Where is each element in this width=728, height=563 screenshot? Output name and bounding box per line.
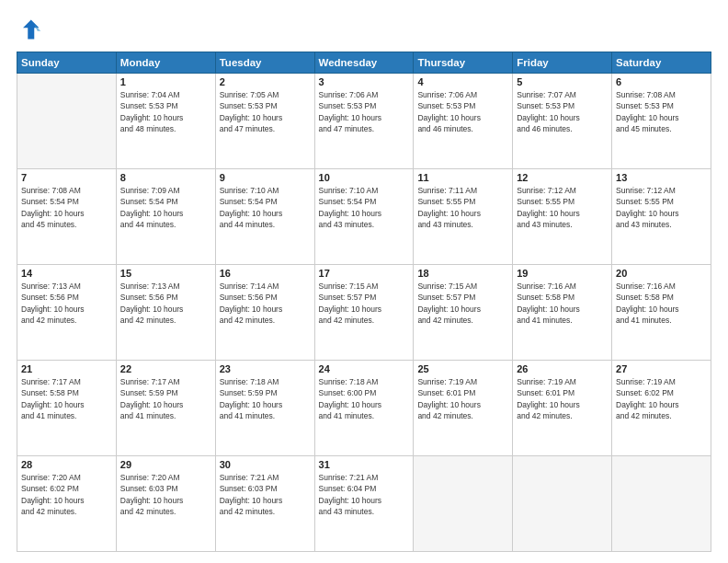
- day-number: 7: [21, 172, 112, 183]
- weekday-header-wednesday: Wednesday: [314, 52, 414, 74]
- calendar-cell: 31Sunrise: 7:21 AM Sunset: 6:04 PM Dayli…: [314, 456, 414, 552]
- calendar-cell: 5Sunrise: 7:07 AM Sunset: 5:53 PM Daylig…: [513, 74, 612, 169]
- calendar-cell: 30Sunrise: 7:21 AM Sunset: 6:03 PM Dayli…: [215, 456, 314, 552]
- day-number: 6: [616, 76, 707, 87]
- day-info: Sunrise: 7:16 AM Sunset: 5:58 PM Dayligh…: [616, 281, 707, 326]
- calendar-cell: 28Sunrise: 7:20 AM Sunset: 6:02 PM Dayli…: [17, 456, 117, 552]
- calendar-cell: 19Sunrise: 7:16 AM Sunset: 5:58 PM Dayli…: [513, 265, 612, 361]
- day-info: Sunrise: 7:14 AM Sunset: 5:56 PM Dayligh…: [220, 281, 311, 326]
- calendar-cell: 23Sunrise: 7:18 AM Sunset: 5:59 PM Dayli…: [215, 361, 314, 456]
- day-number: 15: [120, 268, 211, 279]
- calendar-cell: 10Sunrise: 7:10 AM Sunset: 5:54 PM Dayli…: [314, 169, 414, 265]
- calendar-cell: 13Sunrise: 7:12 AM Sunset: 5:55 PM Dayli…: [612, 169, 711, 265]
- header: [17, 17, 711, 42]
- day-number: 25: [417, 363, 508, 374]
- calendar-cell: 27Sunrise: 7:19 AM Sunset: 6:02 PM Dayli…: [612, 361, 711, 456]
- calendar-cell: 20Sunrise: 7:16 AM Sunset: 5:58 PM Dayli…: [612, 265, 711, 361]
- day-info: Sunrise: 7:10 AM Sunset: 5:54 PM Dayligh…: [220, 185, 311, 230]
- calendar-cell: 8Sunrise: 7:09 AM Sunset: 5:54 PM Daylig…: [116, 169, 215, 265]
- day-number: 5: [517, 76, 608, 87]
- day-info: Sunrise: 7:19 AM Sunset: 6:01 PM Dayligh…: [417, 376, 508, 421]
- calendar-cell: 16Sunrise: 7:14 AM Sunset: 5:56 PM Dayli…: [215, 265, 314, 361]
- week-row-1: 1Sunrise: 7:04 AM Sunset: 5:53 PM Daylig…: [17, 74, 711, 169]
- calendar-cell: 29Sunrise: 7:20 AM Sunset: 6:03 PM Dayli…: [116, 456, 215, 552]
- day-number: 24: [319, 363, 410, 374]
- day-number: 19: [517, 268, 608, 279]
- logo: [17, 17, 46, 42]
- day-number: 3: [319, 76, 410, 87]
- calendar-cell: [414, 456, 513, 552]
- day-number: 4: [417, 76, 508, 87]
- day-number: 13: [616, 172, 707, 183]
- week-row-2: 7Sunrise: 7:08 AM Sunset: 5:54 PM Daylig…: [17, 169, 711, 265]
- day-number: 27: [616, 363, 707, 374]
- weekday-header-monday: Monday: [116, 52, 215, 74]
- day-info: Sunrise: 7:13 AM Sunset: 5:56 PM Dayligh…: [21, 281, 112, 326]
- day-number: 2: [220, 76, 311, 87]
- day-number: 22: [120, 363, 211, 374]
- calendar-cell: [513, 456, 612, 552]
- day-info: Sunrise: 7:16 AM Sunset: 5:58 PM Dayligh…: [517, 281, 608, 326]
- day-number: 29: [120, 459, 211, 470]
- calendar-cell: 26Sunrise: 7:19 AM Sunset: 6:01 PM Dayli…: [513, 361, 612, 456]
- day-number: 23: [220, 363, 311, 374]
- day-info: Sunrise: 7:17 AM Sunset: 5:58 PM Dayligh…: [21, 376, 112, 421]
- day-number: 12: [517, 172, 608, 183]
- calendar-cell: [17, 74, 117, 169]
- calendar-cell: 18Sunrise: 7:15 AM Sunset: 5:57 PM Dayli…: [414, 265, 513, 361]
- day-info: Sunrise: 7:20 AM Sunset: 6:02 PM Dayligh…: [21, 472, 112, 517]
- page: SundayMondayTuesdayWednesdayThursdayFrid…: [0, 0, 728, 563]
- calendar-cell: 21Sunrise: 7:17 AM Sunset: 5:58 PM Dayli…: [17, 361, 117, 456]
- calendar-cell: 17Sunrise: 7:15 AM Sunset: 5:57 PM Dayli…: [314, 265, 414, 361]
- day-info: Sunrise: 7:08 AM Sunset: 5:54 PM Dayligh…: [21, 185, 112, 230]
- day-info: Sunrise: 7:05 AM Sunset: 5:53 PM Dayligh…: [220, 89, 311, 134]
- day-number: 8: [120, 172, 211, 183]
- day-number: 28: [21, 459, 112, 470]
- day-info: Sunrise: 7:12 AM Sunset: 5:55 PM Dayligh…: [517, 185, 608, 230]
- calendar-cell: 3Sunrise: 7:06 AM Sunset: 5:53 PM Daylig…: [314, 74, 414, 169]
- calendar-cell: 7Sunrise: 7:08 AM Sunset: 5:54 PM Daylig…: [17, 169, 117, 265]
- weekday-header-tuesday: Tuesday: [215, 52, 314, 74]
- week-row-3: 14Sunrise: 7:13 AM Sunset: 5:56 PM Dayli…: [17, 265, 711, 361]
- day-info: Sunrise: 7:15 AM Sunset: 5:57 PM Dayligh…: [417, 281, 508, 326]
- day-number: 10: [319, 172, 410, 183]
- day-info: Sunrise: 7:07 AM Sunset: 5:53 PM Dayligh…: [517, 89, 608, 134]
- day-number: 18: [417, 268, 508, 279]
- week-row-4: 21Sunrise: 7:17 AM Sunset: 5:58 PM Dayli…: [17, 361, 711, 456]
- day-info: Sunrise: 7:21 AM Sunset: 6:04 PM Dayligh…: [319, 472, 410, 517]
- calendar-cell: 15Sunrise: 7:13 AM Sunset: 5:56 PM Dayli…: [116, 265, 215, 361]
- weekday-header-sunday: Sunday: [17, 52, 117, 74]
- calendar-cell: 12Sunrise: 7:12 AM Sunset: 5:55 PM Dayli…: [513, 169, 612, 265]
- weekday-header-row: SundayMondayTuesdayWednesdayThursdayFrid…: [17, 52, 711, 74]
- day-info: Sunrise: 7:21 AM Sunset: 6:03 PM Dayligh…: [220, 472, 311, 517]
- calendar-cell: 14Sunrise: 7:13 AM Sunset: 5:56 PM Dayli…: [17, 265, 117, 361]
- day-info: Sunrise: 7:18 AM Sunset: 6:00 PM Dayligh…: [319, 376, 410, 421]
- day-info: Sunrise: 7:06 AM Sunset: 5:53 PM Dayligh…: [417, 89, 508, 134]
- weekday-header-thursday: Thursday: [414, 52, 513, 74]
- calendar-cell: 24Sunrise: 7:18 AM Sunset: 6:00 PM Dayli…: [314, 361, 414, 456]
- calendar-cell: 6Sunrise: 7:08 AM Sunset: 5:53 PM Daylig…: [612, 74, 711, 169]
- calendar-cell: 4Sunrise: 7:06 AM Sunset: 5:53 PM Daylig…: [414, 74, 513, 169]
- calendar-table: SundayMondayTuesdayWednesdayThursdayFrid…: [17, 52, 711, 552]
- day-number: 30: [220, 459, 311, 470]
- calendar-cell: 11Sunrise: 7:11 AM Sunset: 5:55 PM Dayli…: [414, 169, 513, 265]
- day-info: Sunrise: 7:13 AM Sunset: 5:56 PM Dayligh…: [120, 281, 211, 326]
- day-number: 31: [319, 459, 410, 470]
- day-number: 14: [21, 268, 112, 279]
- day-info: Sunrise: 7:11 AM Sunset: 5:55 PM Dayligh…: [417, 185, 508, 230]
- day-number: 1: [120, 76, 211, 87]
- weekday-header-saturday: Saturday: [612, 52, 711, 74]
- calendar-cell: 2Sunrise: 7:05 AM Sunset: 5:53 PM Daylig…: [215, 74, 314, 169]
- day-info: Sunrise: 7:06 AM Sunset: 5:53 PM Dayligh…: [319, 89, 410, 134]
- day-number: 16: [220, 268, 311, 279]
- day-info: Sunrise: 7:19 AM Sunset: 6:02 PM Dayligh…: [616, 376, 707, 421]
- day-number: 9: [220, 172, 311, 183]
- calendar-cell: 25Sunrise: 7:19 AM Sunset: 6:01 PM Dayli…: [414, 361, 513, 456]
- day-info: Sunrise: 7:10 AM Sunset: 5:54 PM Dayligh…: [319, 185, 410, 230]
- day-info: Sunrise: 7:17 AM Sunset: 5:59 PM Dayligh…: [120, 376, 211, 421]
- day-number: 21: [21, 363, 112, 374]
- calendar-cell: [612, 456, 711, 552]
- day-info: Sunrise: 7:09 AM Sunset: 5:54 PM Dayligh…: [120, 185, 211, 230]
- week-row-5: 28Sunrise: 7:20 AM Sunset: 6:02 PM Dayli…: [17, 456, 711, 552]
- logo-icon: [17, 17, 42, 42]
